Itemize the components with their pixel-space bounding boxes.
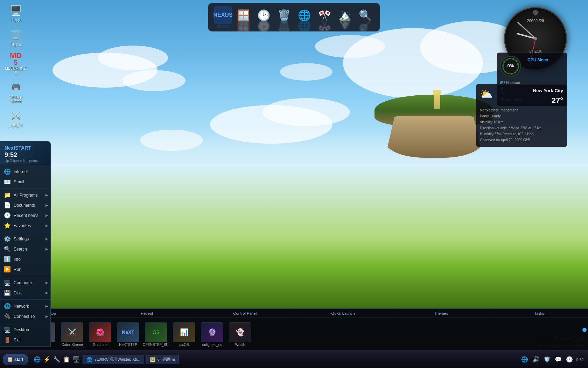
start-menu-search[interactable]: 🔍 Search bbox=[0, 244, 50, 254]
shelf-cat-recent[interactable]: Recent bbox=[98, 309, 196, 318]
start-menu-section-computer: 🖥️ Computer 💾 Disk bbox=[0, 276, 50, 300]
start-menu-internet[interactable]: 🌐 Internet bbox=[0, 166, 50, 177]
start-menu-section-settings: ⚙️ Settings 🔍 Search ℹ️ Info ▶️ Run bbox=[0, 232, 50, 276]
finder-dock-icon[interactable]: 🔍 🔍 bbox=[356, 6, 374, 28]
start-menu-title: NextSTART bbox=[5, 145, 46, 151]
start-menu-info[interactable]: ℹ️ Info bbox=[0, 254, 50, 264]
japan-dock-icon[interactable]: 🎌 🎌 bbox=[315, 6, 334, 28]
taskbar-task-2[interactable]: 🖼️ 6 - 画图 m bbox=[146, 355, 179, 364]
winstep-icon[interactable]: 🎮 Winstep Xtreme bbox=[4, 80, 28, 103]
cpu-meter-label: CPU Meter bbox=[527, 57, 549, 62]
taskbar-system-icon-4[interactable]: 💬 bbox=[554, 355, 562, 364]
start-menu-uptime: Up 2 hours 5 minutes bbox=[5, 159, 46, 163]
shelf-app-pixos[interactable]: 📊 pixOS bbox=[172, 322, 197, 347]
start-menu-settings[interactable]: ⚙️ Settings bbox=[0, 234, 50, 244]
shelf-app-nextstep[interactable]: NeXT NeXTSTEP bbox=[115, 322, 141, 347]
scroll-indicator[interactable] bbox=[582, 328, 587, 332]
start-menu-computer[interactable]: 🖥️ Computer bbox=[0, 278, 50, 288]
desktop-icons: 🖥️ 计算机 🗑️ 回收站 MD 5 MD5批检查工具 🎮 Winstep Xt… bbox=[4, 4, 28, 128]
shelf-app-unlighted[interactable]: 🔮 unlighted_ns bbox=[200, 322, 225, 347]
taskbar-icon-5[interactable]: 🖥️ bbox=[72, 355, 80, 364]
start-menu-disk[interactable]: 💾 Disk bbox=[0, 288, 50, 298]
start-menu-run[interactable]: ▶️ Run bbox=[0, 264, 50, 274]
photos-dock-icon[interactable]: 🏔️ 🏔️ bbox=[336, 6, 354, 28]
globe-dock-icon[interactable]: 🌐 🌐 bbox=[295, 6, 313, 28]
nexus-app-icon[interactable]: NEXUS NEXUS bbox=[214, 6, 232, 28]
taskbar-quick-tray: 🌐 ⚡ 🔧 📋 🖥️ bbox=[31, 355, 83, 364]
recycle-bin-icon[interactable]: 🗑️ 回收站 bbox=[4, 28, 28, 47]
taskbar-icon-2[interactable]: ⚡ bbox=[43, 355, 51, 364]
start-menu-header: NextSTART 9:52 Up 2 hours 5 minutes bbox=[0, 142, 50, 165]
taskbar-system-icon-3[interactable]: 🛡️ bbox=[543, 355, 551, 364]
shelf-app-wraith[interactable]: 👻 Wraith bbox=[227, 322, 253, 347]
start-menu-email[interactable]: 📧 Email bbox=[0, 177, 50, 187]
start-menu: NextSTART 9:52 Up 2 hours 5 minutes 🌐 In… bbox=[0, 141, 51, 347]
game-icon[interactable]: ⚔️ 战神_23 bbox=[4, 109, 28, 128]
weather-line-4: Direction variable. * Wind 270° at 17 Kn bbox=[480, 125, 563, 131]
taskbar-system-icon-5[interactable]: 🕐 bbox=[565, 355, 574, 364]
start-menu-time: 9:52 bbox=[5, 151, 46, 159]
taskbar-icon-3[interactable]: 🔧 bbox=[52, 355, 61, 364]
shelf-cat-themes[interactable]: Themes bbox=[392, 309, 490, 318]
weather-line-3: Visibility 16 Km bbox=[480, 119, 563, 125]
trash-dock-icon[interactable]: 🗑️ 🗑️ bbox=[275, 6, 293, 28]
taskbar-clock: 9:52 bbox=[576, 357, 584, 362]
shelf-app-graduate[interactable]: 🌺 Graduate bbox=[88, 322, 113, 347]
clock-dock-icon[interactable]: 🕑 🕑 bbox=[254, 6, 273, 28]
weather-widget: ⛅ New York City 27° No Weather Phenomena… bbox=[476, 84, 567, 147]
shelf-app-openstep[interactable]: OS OPENSTEP_BUI bbox=[144, 322, 169, 347]
taskbar-right: 🌐 🔊 🛡️ 💬 🕐 9:52 bbox=[520, 355, 588, 364]
taskbar-icon-browser[interactable]: 🌐 bbox=[33, 355, 41, 364]
weather-temp: 27° bbox=[552, 96, 563, 105]
start-menu-connect[interactable]: 🔌 Connect To bbox=[0, 311, 50, 321]
clock-date: 2009/4/29 bbox=[527, 19, 544, 23]
start-menu-exit[interactable]: 🚪 Exit bbox=[0, 335, 50, 345]
weather-details: No Weather Phenomena. Partly Cloudy. Vis… bbox=[480, 107, 563, 143]
start-menu-favorites[interactable]: ⭐ Favorites bbox=[0, 220, 50, 231]
start-menu-section-exit: 🖥️ Desktop 🚪 Exit bbox=[0, 323, 50, 347]
cpu-dial: 0% bbox=[500, 56, 521, 77]
nexus-bar: NEXUS NEXUS 🪟 🪟 🕑 🕑 🗑️ 🗑️ 🌐 🌐 🎌 🎌 🏔️ 🏔️ … bbox=[208, 3, 380, 32]
start-menu-documents[interactable]: 📄 Documents bbox=[0, 200, 50, 210]
taskbar-system-icon-1[interactable]: 🌐 bbox=[520, 355, 529, 364]
md5-tool-icon[interactable]: MD 5 MD5批检查工具 bbox=[4, 52, 28, 75]
computer-icon[interactable]: 🖥️ 计算机 bbox=[4, 4, 28, 22]
clock-center bbox=[534, 37, 537, 40]
shelf-cat-tasks[interactable]: Tasks bbox=[490, 309, 588, 318]
bottom-shelf: Desktop Recent Control Panel Quick Launc… bbox=[0, 308, 588, 350]
start-menu-section-internet: 🌐 Internet 📧 Email bbox=[0, 165, 50, 189]
weather-icon: ⛅ bbox=[480, 88, 493, 100]
start-menu-programs[interactable]: 📁 All Programs bbox=[0, 190, 50, 200]
shelf-app-cabal[interactable]: ⚔️ Cabal Xtreme bbox=[59, 322, 85, 347]
taskbar: 🪟 start 🌐 ⚡ 🔧 📋 🖥️ 🌐 7100RC 玩玩Winstep Xt… bbox=[0, 350, 588, 368]
start-button[interactable]: 🪟 start bbox=[3, 354, 28, 365]
start-menu-desktop[interactable]: 🖥️ Desktop bbox=[0, 325, 50, 335]
shelf-app-icons: 🌌 Atmospherica 🌿 Brisa ⚔️ Cabal Xtreme 🌺… bbox=[0, 318, 588, 351]
weather-line-6: Observed on April 29, 2009 08:51 bbox=[480, 137, 563, 143]
start-menu-recent[interactable]: 🕐 Recent Items bbox=[0, 210, 50, 220]
weather-line-1: No Weather Phenomena. bbox=[480, 107, 563, 113]
weather-line-5: Humidity 37% Pressure 102.1 Hpa bbox=[480, 131, 563, 137]
taskbar-system-icon-2[interactable]: 🔊 bbox=[532, 355, 540, 364]
start-menu-section-programs: 📁 All Programs 📄 Documents 🕐 Recent Item… bbox=[0, 189, 50, 232]
windows-start-icon[interactable]: 🪟 🪟 bbox=[234, 6, 252, 28]
shelf-cat-quick[interactable]: Quick Launch bbox=[294, 309, 392, 318]
shelf-categories: Desktop Recent Control Panel Quick Launc… bbox=[0, 309, 588, 318]
taskbar-task-1[interactable]: 🌐 7100RC 玩玩Winstep Xtr... bbox=[83, 355, 144, 364]
weather-line-2: Partly Cloudy. bbox=[480, 113, 563, 119]
weather-city: New York City bbox=[533, 88, 563, 93]
start-menu-network[interactable]: 🌐 Network bbox=[0, 301, 50, 311]
start-menu-section-network: 🌐 Network 🔌 Connect To bbox=[0, 300, 50, 323]
shelf-cat-control[interactable]: Control Panel bbox=[196, 309, 294, 318]
taskbar-icon-4[interactable]: 📋 bbox=[62, 355, 71, 364]
